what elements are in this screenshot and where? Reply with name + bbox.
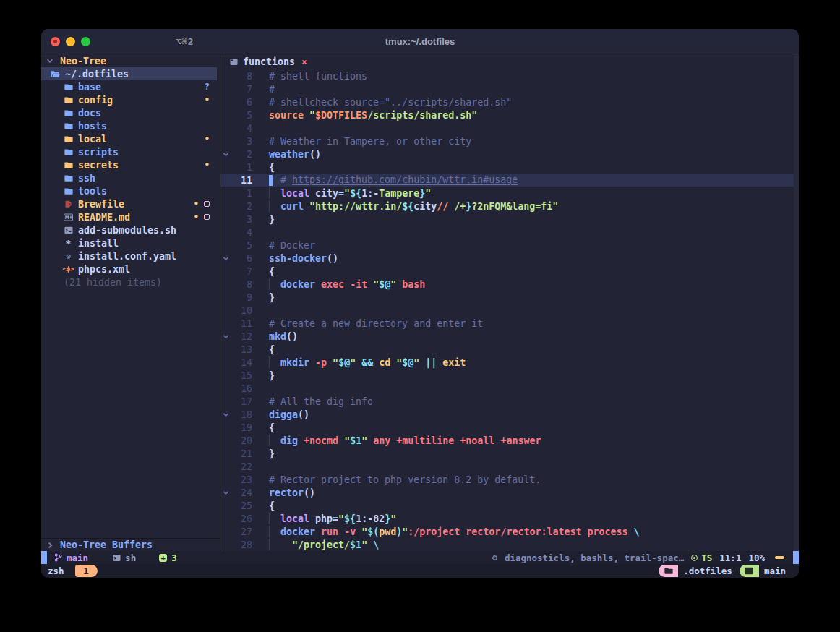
relative-line-number: 4	[231, 123, 252, 134]
tree-item-local[interactable]: local•	[41, 132, 217, 145]
tree-item-config[interactable]: config•	[41, 93, 217, 106]
code-text: ▏ curl "http://wttr.in/${city// /+}?2nFQ…	[269, 201, 558, 212]
code-line[interactable]: 9}	[220, 291, 799, 304]
code-line[interactable]: 11 # https://github.com/chubin/wttr.in#u…	[220, 174, 799, 187]
code-line[interactable]: 12mkd()	[220, 330, 799, 343]
tree-item-phpcs-xml[interactable]: <ф>phpcs.xml	[41, 262, 217, 276]
star-icon: *	[64, 239, 73, 248]
code-line[interactable]: 13{	[220, 343, 799, 356]
code-line[interactable]: 16	[220, 382, 799, 395]
code-line[interactable]: 7#	[220, 82, 799, 95]
code-line[interactable]: 8▏ docker exec -it "$@" bash	[220, 278, 799, 291]
tree-item-label: docs	[78, 108, 101, 119]
code-text: {	[269, 266, 275, 277]
code-line[interactable]: 3# Weather in Tampere, or other city	[220, 134, 799, 148]
code-line[interactable]: 21}	[220, 447, 799, 460]
editor-pane[interactable]: functions × 8# shell functions7#6# shell…	[220, 54, 799, 551]
code-line[interactable]: 8# shell functions	[220, 69, 799, 82]
code-line[interactable]: 7{	[220, 265, 799, 278]
git-modified-icon: •	[194, 212, 199, 222]
tree-item-hosts[interactable]: hosts	[41, 119, 217, 132]
relative-line-number: 25	[231, 500, 252, 511]
code-line[interactable]: 25{	[220, 499, 799, 512]
fold-chevron-icon[interactable]	[220, 490, 231, 496]
code-line[interactable]: 1{	[220, 161, 799, 174]
code-buffer[interactable]: 8# shell functions7#6# shellcheck source…	[220, 69, 799, 551]
tree-item-readme-md[interactable]: README.md•	[41, 210, 217, 223]
code-text: # Rector project to php version 8.2 by d…	[269, 474, 541, 485]
code-icon: <ф>	[64, 265, 73, 274]
tmux-window-index[interactable]: 1	[75, 565, 98, 577]
code-line[interactable]: 27▏ docker run -v "$(pwd)":/project rect…	[220, 525, 799, 538]
tree-item-ssh[interactable]: ssh	[41, 171, 217, 184]
tree-item-tools[interactable]: tools	[41, 184, 217, 197]
code-line[interactable]: 6ssh-docker()	[220, 252, 799, 265]
folder-icon	[64, 82, 73, 92]
code-line[interactable]: 14▏ mkdir -p "$@" && cd "$@" || exit	[220, 356, 799, 369]
code-line[interactable]: 15}	[220, 369, 799, 382]
tree-item-install-conf-yaml[interactable]: ⚙install.conf.yaml	[41, 249, 217, 262]
fold-chevron-icon[interactable]	[220, 255, 231, 262]
file-tree: ~/.dotfilesbase?config•docshostslocal•sc…	[41, 67, 220, 289]
neo-tree-buffers-header[interactable]: Neo-Tree Buffers	[41, 538, 220, 551]
fold-chevron-icon[interactable]	[220, 411, 231, 418]
code-text: mkd()	[269, 331, 298, 342]
tree-item-install[interactable]: *install	[41, 236, 217, 249]
code-line[interactable]: 11# Create a new directory and enter it	[220, 317, 799, 330]
code-text: ▏ mkdir -p "$@" && cd "$@" || exit	[269, 357, 466, 368]
minimize-window-button[interactable]	[66, 37, 75, 46]
code-line[interactable]: 5# Docker	[220, 239, 799, 252]
code-line[interactable]: 17# All the dig info	[220, 395, 799, 408]
tmux-keybinding-label: ⌥⌘2	[176, 36, 194, 47]
tmux-session-dir: .dotfiles	[678, 565, 740, 576]
code-line[interactable]: 18digga()	[220, 408, 799, 421]
relative-line-number: 6	[231, 97, 252, 108]
folder-icon	[64, 95, 73, 105]
close-buffer-icon[interactable]: ×	[301, 56, 307, 67]
code-line[interactable]: 22	[220, 460, 799, 473]
git-status-badges: •	[205, 158, 210, 171]
code-line[interactable]: 4	[220, 226, 799, 239]
tree-item-label: tools	[78, 186, 107, 197]
buffers-title: Neo-Tree Buffers	[60, 539, 153, 550]
code-line[interactable]: 28▏ "/project/$1" \	[220, 538, 799, 551]
tree-item-secrets[interactable]: secrets•	[41, 158, 217, 171]
code-line[interactable]: 5source "$DOTFILES/scripts/shared.sh"	[220, 108, 799, 121]
tree-item-base[interactable]: base?	[41, 80, 217, 93]
tree-item-add-submodules-sh[interactable]: add-submodules.sh	[41, 223, 217, 236]
tabline: functions ×	[220, 54, 799, 69]
close-window-button[interactable]	[51, 37, 60, 46]
code-line[interactable]: 10	[220, 304, 799, 317]
relative-line-number: 10	[231, 305, 252, 316]
code-text: }	[269, 292, 275, 303]
code-line[interactable]: 23# Rector project to php version 8.2 by…	[220, 473, 799, 486]
tree-item-brewfile[interactable]: Brewfile•	[41, 197, 217, 210]
code-line[interactable]: 26▏ local php="${1:-82}"	[220, 512, 799, 525]
code-line[interactable]: 19{	[220, 421, 799, 434]
code-text: }	[269, 370, 275, 381]
code-line[interactable]: 20▏ dig +nocmd "$1" any +multiline +noal…	[220, 434, 799, 447]
code-line[interactable]: 4	[220, 121, 799, 134]
code-line[interactable]: 2weather()	[220, 148, 799, 161]
buffer-tab-functions[interactable]: functions ×	[230, 56, 307, 67]
relative-line-number: 4	[231, 227, 252, 238]
fold-chevron-icon[interactable]	[220, 151, 231, 158]
git-status-badges: ?	[205, 80, 210, 93]
folder-icon	[64, 161, 73, 170]
relative-line-number: 1	[231, 162, 252, 173]
relative-line-number: 8	[231, 71, 252, 82]
code-line[interactable]: 1▏ local city="${1:-Tampere}"	[220, 187, 799, 200]
neo-tree-source-header[interactable]: Neo-Tree	[41, 54, 220, 67]
tree-item-docs[interactable]: docs	[41, 106, 217, 119]
tree-item--dotfiles[interactable]: ~/.dotfiles	[41, 67, 217, 80]
code-line[interactable]: 2▏ curl "http://wttr.in/${city// /+}?2nF…	[220, 200, 799, 213]
code-line[interactable]: 3}	[220, 213, 799, 226]
fold-chevron-icon[interactable]	[220, 333, 231, 340]
fullscreen-window-button[interactable]	[81, 37, 90, 46]
relative-line-number: 28	[231, 539, 252, 550]
statusline-left: main sh + 3	[54, 552, 177, 563]
code-line[interactable]: 6# shellcheck source="../scripts/shared.…	[220, 95, 799, 108]
code-line[interactable]: 24rector()	[220, 486, 799, 499]
git-unstaged-icon	[204, 214, 210, 220]
tree-item-scripts[interactable]: scripts	[41, 145, 217, 158]
